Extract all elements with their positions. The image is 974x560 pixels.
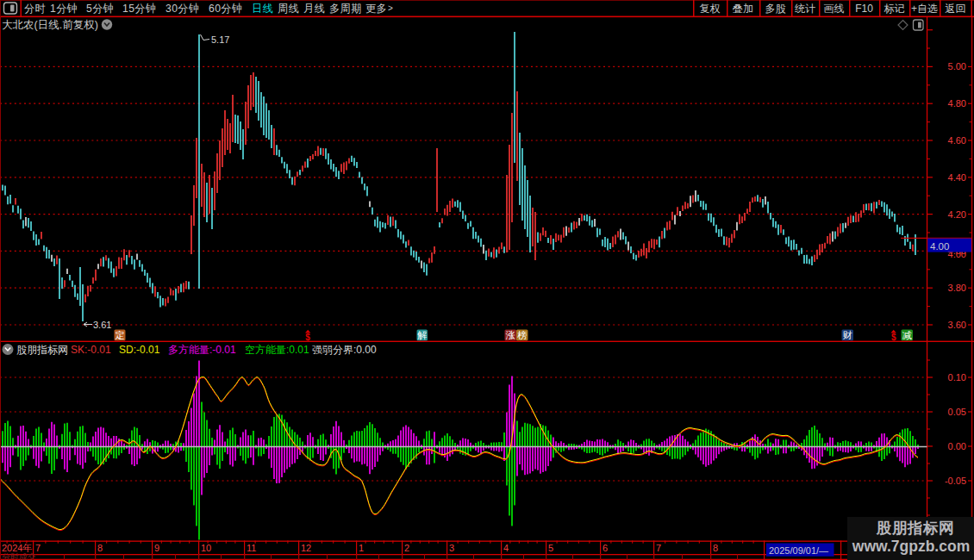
svg-text:3.61: 3.61: [93, 320, 111, 330]
svg-text:榜: 榜: [517, 330, 527, 340]
svg-text:$: $: [891, 333, 896, 342]
svg-text:涨: 涨: [506, 330, 515, 340]
svg-text:5分钟: 5分钟: [86, 3, 114, 15]
svg-text:8: 8: [713, 543, 718, 553]
svg-text:-0.05: -0.05: [945, 476, 966, 486]
svg-text:+自选: +自选: [911, 3, 938, 15]
svg-text:4.20: 4.20: [948, 209, 966, 220]
svg-text:统计: 统计: [795, 3, 815, 15]
svg-text:2025/09/01/—: 2025/09/01/—: [769, 545, 828, 556]
svg-text:2: 2: [404, 543, 409, 553]
svg-text:解: 解: [417, 330, 427, 340]
svg-text:3: 3: [449, 543, 454, 553]
svg-text:分时: 分时: [24, 3, 46, 15]
svg-text:大北农(日线.前复权): 大北农(日线.前复权): [2, 19, 98, 31]
svg-text:11: 11: [247, 543, 256, 553]
svg-text:财: 财: [843, 330, 852, 340]
svg-text:4.60: 4.60: [948, 135, 966, 146]
svg-text:1分钟: 1分钟: [50, 3, 78, 15]
svg-text:日线: 日线: [252, 3, 273, 15]
svg-text:$: $: [305, 333, 310, 342]
svg-text:画线: 画线: [824, 3, 845, 15]
svg-text:4.00: 4.00: [930, 241, 949, 252]
svg-text:复权: 复权: [700, 3, 721, 15]
svg-text:3.80: 3.80: [948, 283, 966, 293]
svg-text:5.17: 5.17: [211, 34, 229, 45]
svg-text:www.7gpzb.com: www.7gpzb.com: [852, 538, 970, 555]
svg-text:3.60: 3.60: [948, 320, 966, 330]
svg-text:强弱分界:0.00: 强弱分界:0.00: [312, 344, 377, 356]
svg-text:更多: 更多: [365, 3, 387, 15]
svg-text:分时成交: 分时成交: [2, 552, 36, 560]
svg-text:0.05: 0.05: [948, 407, 966, 417]
svg-text:4.80: 4.80: [948, 98, 966, 109]
svg-text:5.00: 5.00: [948, 61, 966, 72]
svg-text:空方能量:0.01: 空方能量:0.01: [245, 344, 309, 356]
svg-text:60分钟: 60分钟: [209, 3, 243, 15]
svg-text:多周期: 多周期: [329, 3, 362, 15]
svg-text:多股: 多股: [765, 3, 786, 15]
svg-text:9: 9: [154, 543, 159, 553]
svg-text:SD:-0.01: SD:-0.01: [119, 344, 160, 356]
svg-text:10: 10: [201, 543, 211, 553]
svg-text:12: 12: [301, 543, 311, 553]
svg-text:F10: F10: [855, 3, 873, 15]
svg-text:叠加: 叠加: [733, 3, 753, 15]
svg-text:返回: 返回: [946, 3, 966, 15]
svg-text:4.40: 4.40: [948, 172, 966, 183]
svg-text:月线: 月线: [303, 3, 325, 15]
svg-text:1: 1: [359, 543, 364, 553]
svg-text:0.10: 0.10: [948, 372, 966, 383]
svg-text:SK:-0.01: SK:-0.01: [71, 344, 111, 356]
svg-text:15分钟: 15分钟: [122, 3, 157, 15]
svg-text:5: 5: [548, 543, 553, 553]
svg-text:减: 减: [902, 330, 912, 340]
svg-text:6: 6: [603, 543, 608, 553]
svg-text:>: >: [388, 3, 393, 13]
svg-text:周线: 周线: [278, 3, 299, 15]
svg-text:标记: 标记: [884, 3, 905, 15]
svg-text:7: 7: [656, 543, 661, 553]
svg-text:定: 定: [116, 330, 125, 340]
svg-text:30分钟: 30分钟: [165, 3, 200, 15]
svg-text:4: 4: [503, 543, 509, 553]
svg-text:0.00: 0.00: [948, 441, 966, 451]
svg-text:多方能量:-0.01: 多方能量:-0.01: [168, 344, 236, 356]
svg-text:股朋指标网: 股朋指标网: [876, 520, 954, 537]
svg-text:股朋指标网: 股朋指标网: [16, 344, 68, 356]
svg-text:8: 8: [97, 543, 103, 553]
